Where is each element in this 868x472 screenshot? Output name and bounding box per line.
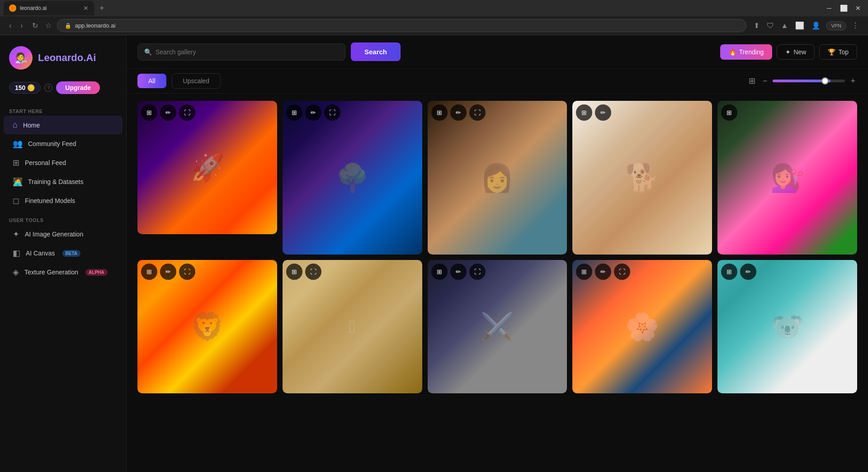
profile-button[interactable]: 👤 (810, 19, 822, 32)
logo-area: 🧑‍🎨 Leonardo.Ai (0, 42, 126, 79)
gallery-item-4[interactable]: ⊞ ✏ 🐕 (572, 101, 712, 255)
logo-text: Leonardo.Ai (38, 52, 96, 64)
forward-button[interactable]: › (19, 20, 24, 32)
url-bar[interactable]: 🔒 app.leonardo.ai (57, 19, 746, 32)
shield-icon[interactable]: 🛡 (765, 20, 776, 32)
grid-controls: ⊞ − + (747, 74, 857, 88)
triangle-icon[interactable]: ▲ (779, 20, 790, 32)
gallery-item-8[interactable]: ⊞ ✏ ⛶ ⚔️ (428, 260, 567, 393)
vpn-badge: VPN (826, 21, 846, 30)
active-tab[interactable]: leonardo.ai ✕ (4, 1, 94, 15)
minimize-button[interactable]: ─ (823, 2, 835, 14)
search-icon: 🔍 (144, 48, 152, 56)
share-button[interactable]: ⬆ (752, 19, 761, 32)
ai-canvas-icon: ◧ (13, 248, 20, 258)
help-icon[interactable]: ? (44, 84, 52, 92)
gallery-item-5[interactable]: ⊞ 💇‍♀️ (717, 101, 857, 255)
training-icon: 🧑‍💻 (13, 177, 23, 187)
credits-coin-icon: 🪙 (27, 84, 35, 91)
app-container: 🧑‍🎨 Leonardo.Ai 150 🪙 ? Upgrade Start He… (0, 35, 868, 472)
tab-title: leonardo.ai (20, 5, 80, 11)
gallery-item-9[interactable]: ⊞ ✏ ⛶ 🌸 (572, 260, 712, 393)
sidebar-label-texture: Texture Generation (24, 269, 78, 276)
beta-badge: BETA (62, 250, 80, 257)
upgrade-button[interactable]: Upgrade (56, 81, 100, 94)
filter-bar: All Upscaled ⊞ − + (127, 69, 868, 94)
main-content: 🔍 Search 🔥 Trending ✦ New 🏆 Top (127, 35, 868, 472)
gallery-item-3[interactable]: ⊞ ✏ ⛶ 👩 (428, 101, 567, 255)
home-icon: ⌂ (13, 120, 18, 130)
sidebar-label-finetuned: Finetuned Models (25, 197, 75, 204)
zoom-out-button[interactable]: − (761, 75, 769, 88)
sidebar-item-finetuned-models[interactable]: ◻ Finetuned Models (4, 191, 123, 210)
sidebar-item-ai-canvas[interactable]: ◧ AI Canvas BETA (4, 244, 123, 263)
close-button[interactable]: ✕ (852, 2, 864, 14)
new-tab-button[interactable]: + (96, 2, 108, 15)
address-bar: ‹ › ↻ ☆ 🔒 app.leonardo.ai ⬆ 🛡 ▲ ⬜ 👤 VPN … (0, 16, 868, 35)
logo-avatar: 🧑‍🎨 (9, 46, 33, 70)
filter-all-button[interactable]: All (137, 74, 166, 88)
finetuned-icon: ◻ (13, 196, 19, 206)
gallery-item-6[interactable]: ⊞ ✏ ⛶ 🦁 (137, 260, 277, 393)
top-actions: 🔥 Trending ✦ New 🏆 Top (720, 44, 857, 60)
sidebar-label-personal-feed: Personal Feed (25, 159, 66, 166)
sidebar-item-ai-image-generation[interactable]: ✦ AI Image Generation (4, 225, 123, 244)
sidebar-label-community-feed: Community Feed (28, 140, 76, 147)
trending-icon: 🔥 (729, 48, 736, 56)
search-wrapper: 🔍 (137, 43, 345, 61)
sidebar-item-personal-feed[interactable]: ⊞ Personal Feed (4, 153, 123, 172)
filter-upscaled-button[interactable]: Upscaled (172, 73, 221, 89)
sidebar-item-community-feed[interactable]: 👥 Community Feed (4, 134, 123, 153)
sidebar: 🧑‍🎨 Leonardo.Ai 150 🪙 ? Upgrade Start He… (0, 35, 127, 472)
credits-badge: 150 🪙 (9, 82, 41, 94)
back-button[interactable]: ‹ (7, 20, 13, 32)
gallery-item-10[interactable]: ⊞ ✏ 🐨 (717, 260, 857, 393)
sidebar-item-texture-generation[interactable]: ◈ Texture Generation ALPHA (4, 263, 123, 282)
section-start-here: Start Here (0, 105, 126, 116)
credits-row: 150 🪙 ? Upgrade (0, 79, 126, 101)
sidebar-label-ai-image: AI Image Generation (25, 231, 83, 238)
browser-actions: ⬆ 🛡 ▲ ⬜ 👤 VPN ⋮ (752, 19, 861, 32)
sidebar-label-home: Home (23, 122, 40, 129)
top-icon: 🏆 (828, 48, 835, 56)
url-text: app.leonardo.ai (75, 22, 116, 29)
sidebar-label-ai-canvas: AI Canvas (26, 250, 55, 257)
bookmark-button[interactable]: ☆ (45, 21, 52, 30)
sidebar-item-home[interactable]: ⌂ Home (4, 116, 123, 134)
maximize-button[interactable]: ⬜ (837, 2, 850, 14)
window-controls: ─ ⬜ ✕ (823, 2, 864, 14)
extensions-button[interactable]: ⬜ (793, 19, 806, 32)
new-button[interactable]: ✦ New (777, 44, 815, 60)
sidebar-label-training: Training & Datasets (28, 178, 83, 185)
gallery: ⊞ ✏ ⛶ 🚀 ⊞ ✏ ⛶ 🌳 (127, 94, 868, 472)
top-button[interactable]: 🏆 Top (819, 44, 857, 60)
gallery-item-7[interactable]: ⊞ ⛶ 𓂀 (283, 260, 422, 393)
top-bar: 🔍 Search 🔥 Trending ✦ New 🏆 Top (127, 35, 868, 69)
tab-close-button[interactable]: ✕ (83, 5, 89, 12)
alpha-badge: ALPHA (85, 269, 107, 276)
section-user-tools: User Tools (0, 214, 126, 225)
zoom-slider[interactable] (773, 80, 845, 82)
menu-button[interactable]: ⋮ (850, 19, 861, 32)
trending-button[interactable]: 🔥 Trending (720, 44, 773, 60)
community-feed-icon: 👥 (13, 139, 23, 149)
personal-feed-icon: ⊞ (13, 158, 19, 168)
gallery-item-2[interactable]: ⊞ ✏ ⛶ 🌳 (283, 101, 422, 255)
search-input[interactable] (156, 48, 339, 56)
texture-icon: ◈ (13, 267, 19, 277)
gallery-item-1[interactable]: ⊞ ✏ ⛶ 🚀 (137, 101, 277, 234)
gallery-grid: ⊞ ✏ ⛶ 🚀 ⊞ ✏ ⛶ 🌳 (137, 101, 857, 393)
sidebar-item-training-datasets[interactable]: 🧑‍💻 Training & Datasets (4, 172, 123, 191)
lock-icon: 🔒 (65, 23, 71, 29)
ai-image-icon: ✦ (13, 229, 19, 239)
new-icon: ✦ (785, 48, 791, 56)
tab-favicon (9, 5, 16, 12)
tab-bar: leonardo.ai ✕ + ─ ⬜ ✕ (0, 0, 868, 16)
zoom-in-button[interactable]: + (849, 75, 857, 88)
grid-view-button[interactable]: ⊞ (747, 74, 757, 88)
search-button[interactable]: Search (351, 42, 401, 61)
reload-button[interactable]: ↻ (30, 19, 40, 32)
